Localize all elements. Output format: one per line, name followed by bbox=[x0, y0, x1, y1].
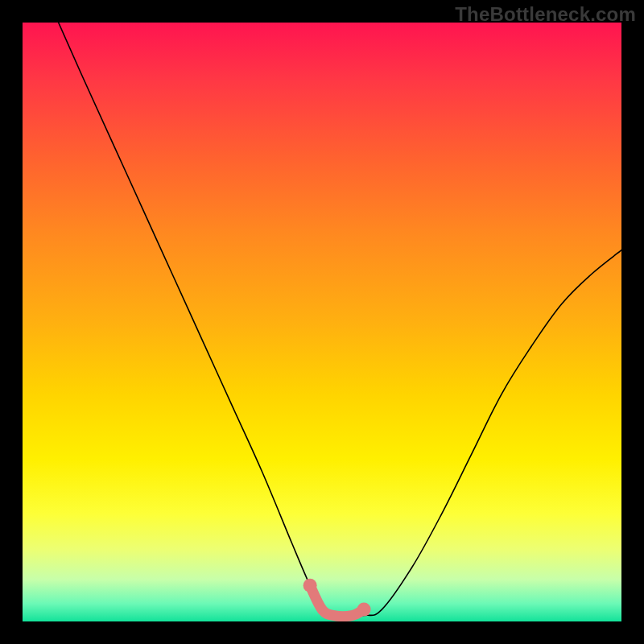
chart-svg bbox=[23, 23, 621, 621]
bottleneck-curve bbox=[59, 23, 621, 617]
plot-area bbox=[23, 23, 621, 621]
watermark-text: TheBottleneck.com bbox=[455, 3, 636, 26]
optimal-zone-endpoint-dot bbox=[357, 603, 371, 617]
optimal-zone-curve bbox=[310, 585, 364, 616]
optimal-zone-endpoint-dot bbox=[303, 579, 317, 592]
chart-frame: TheBottleneck.com bbox=[0, 0, 644, 644]
